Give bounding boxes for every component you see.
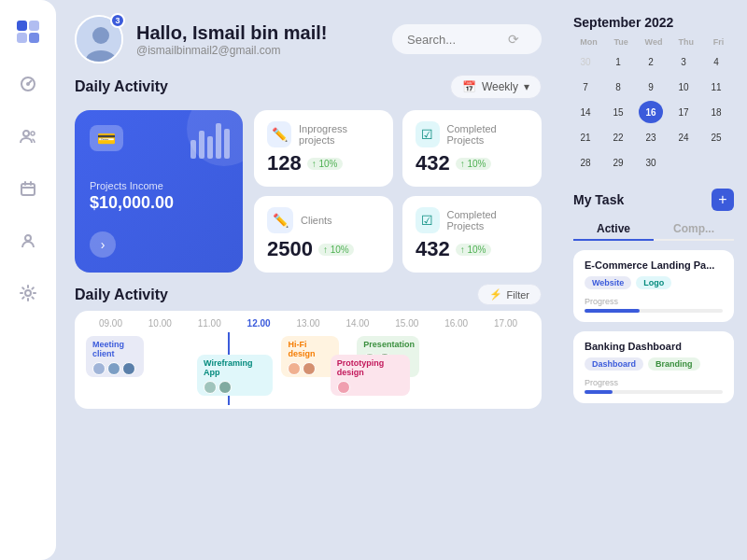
task-card-title: E-Commerce Landing Pa...	[585, 259, 723, 271]
sidebar	[0, 0, 56, 560]
stat-trend-completed1: ↑ 10%	[456, 158, 491, 170]
tab-active[interactable]: Active	[573, 218, 654, 241]
avatar-1	[337, 381, 350, 394]
right-panel: September 2022 Mon Tue Wed Thu Fri 30 1 …	[560, 0, 747, 560]
stat-card-header: ✏️ Inprogress projects	[267, 121, 380, 147]
cal-cell[interactable]: 30	[639, 151, 663, 174]
cal-cell[interactable]: 8	[606, 76, 630, 98]
avatar-2	[303, 362, 316, 375]
avatar-1	[92, 362, 106, 375]
task-tag-dashboard[interactable]: Dashboard	[585, 357, 643, 371]
svg-point-5	[26, 82, 30, 86]
event-avatars	[288, 362, 332, 375]
event-avatars	[337, 381, 404, 394]
cal-cell[interactable]: 15	[606, 101, 630, 123]
income-card: 💳 Projects Income $10,000.00 ›	[75, 110, 243, 273]
sidebar-item-team[interactable]	[11, 224, 45, 258]
stat-label-clients: Clients	[301, 215, 332, 226]
cal-cell[interactable]: 1	[606, 50, 630, 73]
user-email: @ismailbinmail2@gmail.com	[136, 44, 379, 57]
income-arrow[interactable]: ›	[90, 231, 116, 258]
stat-card-header: ☑ Completed Projects	[416, 121, 529, 147]
mini-bars	[190, 123, 230, 159]
add-task-button[interactable]: +	[712, 189, 734, 211]
stat-label-completed1: Completed Projects	[447, 123, 529, 146]
cal-cell[interactable]: 28	[573, 151, 598, 174]
cal-cell[interactable]: 29	[606, 151, 630, 174]
stat-label-completed2: Completed Projects	[447, 209, 529, 231]
cal-cell	[704, 151, 728, 174]
filter-button[interactable]: ⚡ Filter	[477, 284, 542, 305]
cal-cell[interactable]: 3	[671, 50, 696, 73]
event-prototyping: Prototyping design	[331, 355, 411, 396]
search-input[interactable]	[407, 33, 500, 47]
stat-value-row: 432 ↑ 10%	[416, 151, 529, 175]
avatar-3	[122, 362, 135, 375]
sidebar-item-analytics[interactable]	[11, 67, 45, 101]
cal-cell[interactable]: 9	[639, 76, 663, 98]
day-wed: Wed	[639, 37, 669, 47]
calendar-small-icon: 📅	[462, 80, 476, 93]
notification-badge: 3	[110, 13, 125, 28]
stat-value-inprogress: 128	[267, 151, 302, 175]
hour-15: 15.00	[382, 318, 431, 329]
cal-cell[interactable]: 2	[639, 50, 663, 73]
filter-icon: ⚡	[489, 288, 502, 301]
bar-3	[207, 136, 213, 159]
stat-card-header: ✏️ Clients	[267, 207, 380, 233]
user-greeting: Hallo, Ismail bin mail!	[136, 22, 379, 44]
cal-cell[interactable]: 24	[671, 126, 696, 148]
cal-cell[interactable]: 7	[573, 76, 598, 98]
cal-cell[interactable]: 4	[704, 50, 728, 73]
cal-cell[interactable]: 18	[704, 101, 728, 123]
stat-value-completed1: 432	[416, 151, 450, 175]
cal-cell[interactable]: 23	[639, 126, 663, 148]
event-wireframe: Wireframing App	[197, 355, 273, 396]
avatar-wrapper: 3	[75, 15, 123, 63]
stat-icon-clients: ✏️	[267, 207, 293, 233]
day-fri: Fri	[703, 37, 734, 47]
stat-card-completed1: ☑ Completed Projects 432 ↑ 10%	[402, 110, 542, 187]
task-tag-branding[interactable]: Branding	[648, 357, 700, 371]
search-bar[interactable]: ⟳	[392, 24, 542, 54]
svg-rect-8	[21, 184, 35, 195]
tab-completed[interactable]: Comp...	[654, 218, 734, 239]
stat-value-completed2: 432	[416, 237, 450, 261]
hour-09: 09.00	[86, 318, 135, 329]
timeline-hours: 09.00 10.00 11.00 12.00 13.00 14.00 15.0…	[86, 318, 530, 329]
task-header: My Task +	[573, 189, 734, 211]
timeline-events: Meeting client Wireframing App Hi-F	[86, 336, 530, 401]
sidebar-item-people[interactable]	[11, 119, 45, 153]
stat-trend-completed2: ↑ 10%	[456, 244, 491, 256]
event-label: Meeting client	[92, 340, 137, 358]
stat-value-row: 2500 ↑ 10%	[267, 237, 380, 261]
user-info: Hallo, Ismail bin mail! @ismailbinmail2@…	[136, 22, 379, 57]
svg-rect-3	[29, 33, 39, 43]
bar-5	[224, 129, 230, 159]
hour-14: 14.00	[332, 318, 382, 329]
cal-cell[interactable]: 25	[704, 126, 728, 148]
cal-cell[interactable]: 17	[671, 101, 696, 123]
stat-card-header: ☑ Completed Projects	[416, 207, 529, 233]
event-label: Presentation	[363, 340, 413, 349]
task-tag-logo[interactable]: Logo	[636, 276, 671, 289]
stat-value-clients: 2500	[267, 237, 313, 261]
svg-point-6	[23, 131, 29, 136]
cal-cell[interactable]: 22	[606, 126, 630, 148]
cal-cell[interactable]: 11	[704, 76, 728, 98]
event-label: Prototyping design	[337, 358, 404, 377]
hour-16: 16.00	[431, 318, 481, 329]
cal-cell[interactable]: 30	[573, 50, 598, 73]
svg-point-10	[25, 290, 31, 296]
task-tag-website[interactable]: Website	[585, 276, 631, 289]
cal-cell[interactable]: 14	[573, 101, 598, 123]
income-label: Projects Income	[90, 180, 228, 191]
calendar-title: September 2022	[573, 15, 734, 30]
sidebar-item-settings[interactable]	[11, 276, 45, 310]
cal-cell-today[interactable]: 16	[639, 101, 663, 123]
period-selector[interactable]: 📅 Weekly ▾	[450, 75, 542, 99]
sidebar-item-calendar[interactable]	[11, 172, 45, 205]
event-avatars	[204, 381, 266, 394]
cal-cell[interactable]: 10	[671, 76, 696, 98]
cal-cell[interactable]: 21	[573, 126, 598, 148]
